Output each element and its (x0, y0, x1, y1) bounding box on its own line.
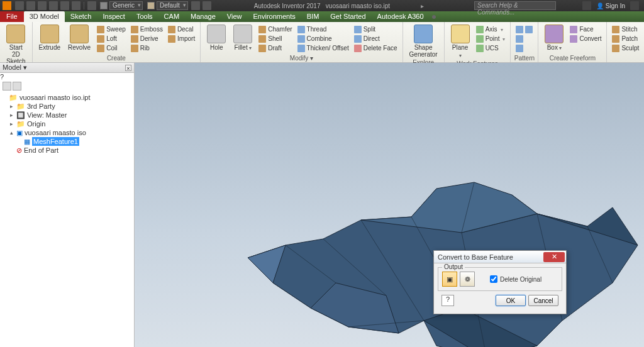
tree-item-origin[interactable]: ▸📁Origin (1, 119, 133, 128)
convert-to-base-feature-dialog: Convert to Base Feature ✕ Output ▣ ❁ Del… (433, 250, 567, 314)
convert-button[interactable]: Convert (567, 34, 604, 43)
filter-icon[interactable] (3, 82, 11, 91)
search-input[interactable]: Search Help & Commands... (474, 1, 556, 10)
tab-manage[interactable]: Manage (185, 11, 221, 22)
material-swatch[interactable] (100, 2, 108, 9)
tree-item-meshfeature[interactable]: ▦MeshFeature1 (1, 137, 133, 146)
sculpt-button[interactable]: Sculpt (609, 43, 641, 53)
qat-select-icon[interactable] (87, 1, 96, 10)
dialog-help-button[interactable]: ? (441, 295, 454, 306)
qat-home-icon[interactable] (72, 1, 80, 10)
output-composite-button[interactable]: ❁ (460, 272, 475, 287)
appearance-swatch[interactable] (147, 2, 155, 9)
output-solid-button[interactable]: ▣ (442, 272, 457, 287)
tree-item-body[interactable]: ▴▣vuosaari maasto iso (1, 128, 133, 137)
tab-view[interactable]: View (221, 11, 248, 22)
box-button[interactable]: Box (541, 23, 567, 52)
qat-redo-icon[interactable] (60, 1, 69, 10)
file-tab[interactable]: File (0, 11, 24, 22)
qat-new-icon[interactable] (15, 1, 24, 10)
patch-button[interactable]: Patch (609, 34, 641, 43)
star-icon[interactable] (582, 1, 591, 10)
tab-environments[interactable]: Environments (247, 11, 301, 22)
pattern-rect-button[interactable] (513, 25, 535, 34)
ucs-button[interactable]: UCS (474, 43, 508, 53)
panel-sketch: Start2D Sketch Sketch (0, 22, 33, 62)
tab-get-started[interactable]: Get Started (325, 11, 371, 22)
tree-item-3rdparty[interactable]: ▸📁3rd Party (1, 102, 133, 111)
combine-button[interactable]: Combine (295, 34, 352, 43)
dialog-titlebar[interactable]: Convert to Base Feature ✕ (434, 251, 566, 263)
extend-button[interactable]: Extend (641, 43, 644, 53)
checkbox-input[interactable] (490, 275, 497, 283)
close-icon[interactable]: ✕ (543, 252, 565, 262)
viewport[interactable]: Convert to Base Feature ✕ Output ▣ ❁ Del… (135, 63, 644, 347)
qat-save-icon[interactable] (38, 1, 47, 10)
tab-sketch[interactable]: Sketch (65, 11, 97, 22)
stitch-button[interactable]: Stitch (609, 25, 641, 34)
delete-original-checkbox[interactable]: Delete Original (490, 275, 541, 283)
draft-button[interactable]: Draft (256, 43, 294, 53)
tab-bim[interactable]: BIM (301, 11, 325, 22)
thicken-button[interactable]: Thicken/ Offset (295, 43, 352, 53)
tree-root[interactable]: 📁vuosaari maasto iso.ipt (1, 93, 133, 102)
panel-freeform: Box Face Convert Create Freeform (538, 22, 607, 62)
tab-inspect[interactable]: Inspect (97, 11, 130, 22)
model-tree[interactable]: 📁vuosaari maasto iso.ipt ▸📁3rd Party ▸🔲V… (0, 92, 134, 156)
shell-button[interactable]: Shell (256, 34, 294, 43)
help-icon[interactable]: ? (0, 73, 134, 80)
ucs-icon (476, 45, 484, 52)
qat-misc-icon[interactable] (203, 1, 211, 10)
tree-item-end[interactable]: ⊘End of Part (1, 146, 133, 155)
extrude-button[interactable]: Extrude (35, 23, 64, 51)
import-button[interactable]: Import (165, 34, 197, 43)
thread-button[interactable]: Thread (295, 25, 352, 34)
trim-button[interactable]: Trim (641, 34, 644, 43)
coil-button[interactable]: Coil (94, 43, 128, 53)
split-button[interactable]: Split (352, 25, 400, 34)
qat-open-icon[interactable] (26, 1, 35, 10)
browser-close-icon[interactable]: × (125, 65, 131, 71)
ruled-surface-button[interactable]: Ruled Surface (641, 25, 644, 34)
fillet-button[interactable]: Fillet (230, 23, 256, 52)
sketch-driven-icon (516, 45, 523, 52)
app-logo-icon[interactable] (3, 1, 11, 10)
derive-button[interactable]: Derive (128, 34, 165, 43)
revolve-button[interactable]: Revolve (64, 23, 94, 51)
emboss-button[interactable]: Emboss (128, 25, 165, 34)
tab-3d-model[interactable]: 3D Model (24, 11, 65, 22)
rib-button[interactable]: Rib (128, 43, 165, 53)
hole-button[interactable]: Hole (203, 23, 230, 51)
direct-button[interactable]: Direct (352, 34, 400, 43)
sweep-button[interactable]: Sweep (94, 25, 128, 34)
chamfer-icon (258, 26, 266, 33)
delete-face-button[interactable]: Delete Face (352, 43, 400, 53)
loft-button[interactable]: Loft (94, 34, 128, 43)
material-combo[interactable]: Generic (109, 1, 143, 10)
face-button[interactable]: Face (567, 25, 604, 34)
point-button[interactable]: Point (474, 34, 508, 43)
ok-button[interactable]: OK (496, 295, 526, 306)
tab-tools[interactable]: Tools (131, 11, 158, 22)
pattern-mirror-button[interactable] (513, 34, 535, 43)
appearance-combo[interactable]: Default (157, 1, 188, 10)
axis-button[interactable]: Axis (474, 25, 508, 34)
qat-fx-icon[interactable] (191, 1, 200, 10)
panel-modify: Hole Fillet Chamfer Shell Draft Thread C… (201, 22, 402, 62)
panel-work-features: Plane Axis Point UCS Work Features (445, 22, 511, 62)
browser-title[interactable]: Model ▾ (3, 63, 27, 72)
tree-item-view[interactable]: ▸🔲View: Master (1, 111, 133, 119)
tab-cam[interactable]: CAM (158, 11, 185, 22)
chamfer-button[interactable]: Chamfer (256, 25, 294, 34)
plane-button[interactable]: Plane (447, 23, 474, 59)
binoculars-icon[interactable] (13, 82, 21, 91)
shape-generator-button[interactable]: ShapeGenerator (406, 23, 441, 58)
pattern-sketch-button[interactable] (513, 43, 535, 53)
decal-button[interactable]: Decal (165, 25, 197, 34)
cancel-button[interactable]: Cancel (528, 295, 558, 306)
signin-button[interactable]: 👤 Sign In (596, 3, 625, 9)
tab-a360[interactable]: Autodesk A360 (372, 11, 430, 22)
help-icon[interactable] (630, 1, 639, 10)
qat-undo-icon[interactable] (49, 1, 58, 10)
coil-icon (97, 45, 104, 52)
